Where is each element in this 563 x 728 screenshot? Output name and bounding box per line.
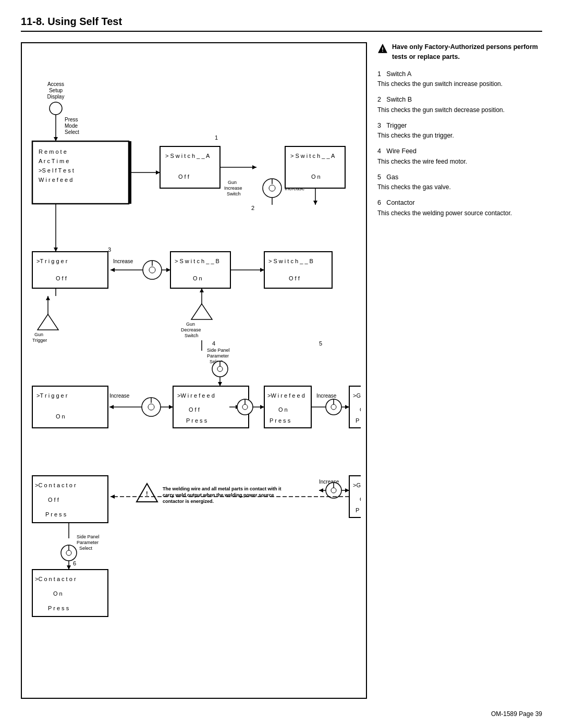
svg-point-65 xyxy=(217,366,223,372)
svg-point-23 xyxy=(269,185,275,191)
item-desc: This checks the gun switch increase posi… xyxy=(377,80,542,89)
svg-marker-78 xyxy=(169,405,173,409)
warning-icon: ! xyxy=(377,43,388,54)
svg-marker-96 xyxy=(345,405,349,409)
svg-rect-12 xyxy=(129,141,131,204)
svg-text:>G a s: >G a s xyxy=(353,482,361,488)
svg-marker-39 xyxy=(111,268,115,272)
svg-text:Mode: Mode xyxy=(65,123,78,129)
page-container: 11-8. Using Self Test Access Setup Displ… xyxy=(0,0,563,728)
svg-text:> S w i t c h _ _ B: > S w i t c h _ _ B xyxy=(175,258,219,264)
numbered-item: 6 Contactor This checks the welding powe… xyxy=(377,198,542,218)
switch-b-box-2 xyxy=(264,252,332,288)
svg-text:Gun: Gun xyxy=(34,332,43,337)
svg-marker-45 xyxy=(260,268,264,272)
svg-text:>G a s: >G a s xyxy=(353,392,361,399)
trigger-box-1 xyxy=(32,252,108,288)
svg-text:> S w i t c h _ _ A: > S w i t c h _ _ A xyxy=(290,153,335,159)
svg-text:>W i r e f e e d: >W i r e f e e d xyxy=(177,392,215,399)
svg-marker-74 xyxy=(109,405,114,409)
svg-marker-56 xyxy=(200,288,204,292)
numbered-list: 1 Switch A This checks the gun switch in… xyxy=(377,69,542,218)
svg-text:5: 5 xyxy=(319,340,322,347)
svg-marker-119 xyxy=(111,495,115,499)
svg-point-40 xyxy=(149,267,155,273)
switch-b-box-1 xyxy=(170,252,230,288)
access-setup-label: Access xyxy=(47,81,64,87)
svg-text:Gun: Gun xyxy=(186,322,195,327)
svg-marker-19 xyxy=(252,165,256,169)
svg-marker-15 xyxy=(156,170,160,175)
svg-text:Increase: Increase xyxy=(109,393,130,399)
svg-text:O n: O n xyxy=(56,413,65,419)
svg-text:O n: O n xyxy=(193,275,202,281)
numbered-item: 1 Switch A This checks the gun switch in… xyxy=(377,69,542,89)
svg-marker-87 xyxy=(260,405,264,409)
svg-text:Increase: Increase xyxy=(113,258,133,264)
svg-text:O n: O n xyxy=(311,174,321,180)
svg-text:O f f: O f f xyxy=(360,406,361,413)
svg-marker-29 xyxy=(313,201,317,205)
svg-text:1: 1 xyxy=(215,134,218,141)
svg-text:>C o n t a c t o r: >C o n t a c t o r xyxy=(35,576,76,582)
svg-text:P r e s s: P r e s s xyxy=(186,417,207,424)
numbered-item: 4 Wire Feed This checks the wire feed mo… xyxy=(377,146,542,166)
svg-text:Parameter: Parameter xyxy=(77,540,99,545)
item-desc: This checks the welding power source con… xyxy=(377,209,542,218)
svg-marker-33 xyxy=(54,248,58,252)
svg-point-131 xyxy=(66,550,71,556)
svg-text:O n: O n xyxy=(53,590,63,597)
item-desc: This checks the gun switch decrease posi… xyxy=(377,106,542,115)
svg-point-84 xyxy=(242,404,248,410)
diagram-area: Access Setup Display Press Mode Select R… xyxy=(21,42,367,699)
page-title: 11-8. Using Self Test xyxy=(21,16,542,32)
svg-text:Side Panel: Side Panel xyxy=(77,534,100,539)
item-number: 2 Switch B xyxy=(377,95,542,105)
svg-text:P r e s s: P r e s s xyxy=(270,417,291,424)
svg-text:Setup: Setup xyxy=(49,88,63,93)
svg-text:Display: Display xyxy=(47,94,65,100)
svg-text:P r e s s: P r e s s xyxy=(356,507,361,513)
svg-text:!: ! xyxy=(382,46,384,53)
svg-text:P r e s s: P r e s s xyxy=(48,605,69,611)
svg-text:6: 6 xyxy=(73,560,76,566)
svg-text:Press: Press xyxy=(65,117,78,122)
svg-text:P r e s s: P r e s s xyxy=(356,417,361,424)
svg-text:Parameter: Parameter xyxy=(207,353,229,359)
numbered-item: 5 Gas This checks the gas valve. xyxy=(377,172,542,192)
svg-text:The welding wire and all metal: The welding wire and all metal parts in … xyxy=(163,486,282,491)
item-number: 6 Contactor xyxy=(377,198,542,208)
numbered-item: 3 Trigger This checks the gun trigger. xyxy=(377,121,542,141)
svg-text:!: ! xyxy=(146,490,148,497)
item-desc: This checks the wire feed motor. xyxy=(377,157,542,166)
svg-text:carry weld output when the wel: carry weld output when the welding power… xyxy=(163,492,274,498)
svg-text:O f f: O f f xyxy=(189,406,200,413)
item-desc: This checks the gun trigger. xyxy=(377,131,542,140)
svg-text:>T r i g g e r: >T r i g g e r xyxy=(36,392,68,399)
item-number: 1 Switch A xyxy=(377,69,542,79)
right-text-area: ! Have only Factory-Authorized persons p… xyxy=(377,42,542,699)
svg-text:Side Panel: Side Panel xyxy=(207,348,230,353)
svg-marker-135 xyxy=(67,565,71,570)
main-content: Access Setup Display Press Mode Select R… xyxy=(21,42,542,699)
svg-text:O f f: O f f xyxy=(48,497,59,503)
svg-text:Switch: Switch xyxy=(185,333,199,338)
svg-marker-51 xyxy=(46,296,50,300)
svg-text:A r c  T i m e: A r c T i m e xyxy=(39,158,69,164)
warning-header: ! Have only Factory-Authorized persons p… xyxy=(377,42,542,62)
svg-text:O f f: O f f xyxy=(56,275,67,281)
item-number: 5 Gas xyxy=(377,172,542,182)
item-number: 3 Trigger xyxy=(377,121,542,131)
svg-text:W i r e f e e d: W i r e f e e d xyxy=(39,177,72,183)
diagram-svg: Access Setup Display Press Mode Select R… xyxy=(27,48,361,684)
svg-marker-68 xyxy=(218,382,222,386)
svg-text:> S w i t c h _ _ B: > S w i t c h _ _ B xyxy=(268,258,313,264)
svg-text:Increase: Increase xyxy=(224,186,242,191)
setup-display-circle xyxy=(50,102,62,115)
svg-point-75 xyxy=(148,404,154,410)
gun-decrease-symbol xyxy=(191,304,212,319)
svg-text:>C o n t a c t o r: >C o n t a c t o r xyxy=(35,482,76,488)
svg-text:>T r i g g e r: >T r i g g e r xyxy=(36,258,68,264)
item-desc: This checks the gas valve. xyxy=(377,183,542,192)
svg-text:4: 4 xyxy=(212,340,215,347)
